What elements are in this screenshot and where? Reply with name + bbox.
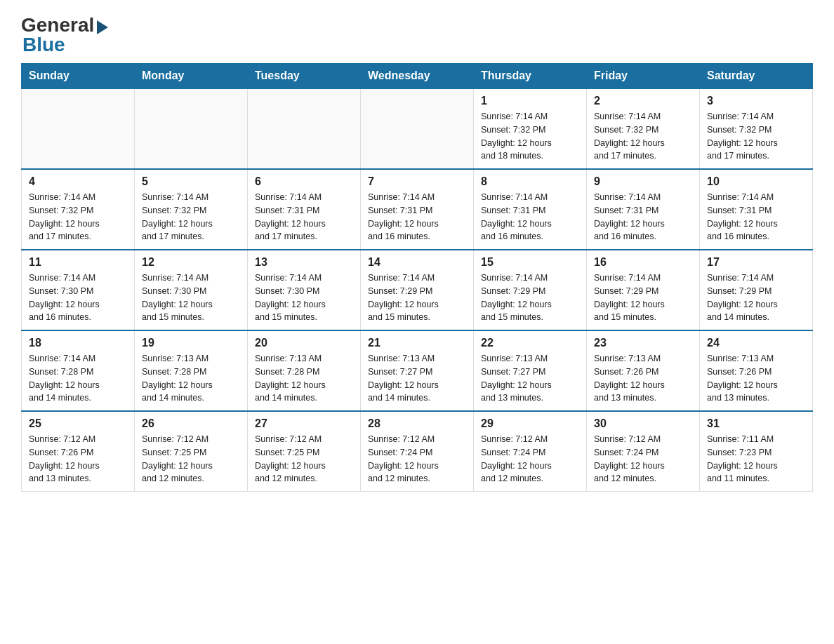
day-info: Sunrise: 7:14 AMSunset: 7:32 PMDaylight:… [29, 191, 127, 243]
calendar-cell: 30Sunrise: 7:12 AMSunset: 7:24 PMDayligh… [587, 411, 700, 492]
day-info: Sunrise: 7:14 AMSunset: 7:32 PMDaylight:… [481, 110, 579, 163]
calendar-cell: 26Sunrise: 7:12 AMSunset: 7:25 PMDayligh… [135, 411, 248, 492]
day-info: Sunrise: 7:12 AMSunset: 7:24 PMDaylight:… [368, 433, 466, 485]
day-info: Sunrise: 7:12 AMSunset: 7:26 PMDaylight:… [29, 433, 127, 485]
day-number: 20 [255, 337, 353, 349]
day-number: 22 [481, 337, 579, 349]
calendar-cell: 8Sunrise: 7:14 AMSunset: 7:31 PMDaylight… [474, 169, 587, 250]
calendar-cell: 20Sunrise: 7:13 AMSunset: 7:28 PMDayligh… [248, 330, 361, 411]
week-row-4: 18Sunrise: 7:14 AMSunset: 7:28 PMDayligh… [22, 330, 813, 411]
calendar-cell: 23Sunrise: 7:13 AMSunset: 7:26 PMDayligh… [587, 330, 700, 411]
day-info: Sunrise: 7:13 AMSunset: 7:28 PMDaylight:… [255, 352, 353, 405]
calendar-cell: 2Sunrise: 7:14 AMSunset: 7:32 PMDaylight… [587, 88, 700, 169]
calendar-cell [135, 88, 248, 169]
day-info: Sunrise: 7:14 AMSunset: 7:29 PMDaylight:… [707, 271, 805, 324]
day-number: 16 [594, 256, 692, 269]
calendar-cell: 11Sunrise: 7:14 AMSunset: 7:30 PMDayligh… [22, 250, 135, 330]
day-number: 19 [142, 337, 240, 349]
day-number: 12 [142, 256, 240, 269]
day-number: 6 [255, 175, 353, 188]
day-info: Sunrise: 7:14 AMSunset: 7:32 PMDaylight:… [594, 110, 692, 163]
day-number: 1 [481, 95, 579, 107]
calendar-cell: 10Sunrise: 7:14 AMSunset: 7:31 PMDayligh… [700, 169, 813, 250]
calendar-cell [248, 88, 361, 169]
weekday-header-saturday: Saturday [700, 64, 813, 89]
weekday-header-monday: Monday [135, 64, 248, 89]
day-info: Sunrise: 7:11 AMSunset: 7:23 PMDaylight:… [707, 433, 805, 485]
day-number: 27 [255, 417, 353, 430]
logo-blue-text: Blue [22, 34, 65, 56]
day-info: Sunrise: 7:14 AMSunset: 7:31 PMDaylight:… [481, 191, 579, 243]
calendar-cell: 15Sunrise: 7:14 AMSunset: 7:29 PMDayligh… [474, 250, 587, 330]
day-number: 9 [594, 175, 692, 188]
day-number: 21 [368, 337, 466, 349]
day-info: Sunrise: 7:14 AMSunset: 7:32 PMDaylight:… [707, 110, 805, 163]
day-info: Sunrise: 7:12 AMSunset: 7:25 PMDaylight:… [142, 433, 240, 485]
weekday-header-friday: Friday [587, 64, 700, 89]
day-number: 8 [481, 175, 579, 188]
day-info: Sunrise: 7:14 AMSunset: 7:29 PMDaylight:… [481, 271, 579, 324]
day-number: 26 [142, 417, 240, 430]
day-info: Sunrise: 7:12 AMSunset: 7:25 PMDaylight:… [255, 433, 353, 485]
calendar-cell: 25Sunrise: 7:12 AMSunset: 7:26 PMDayligh… [22, 411, 135, 492]
day-number: 5 [142, 175, 240, 188]
day-number: 4 [29, 175, 127, 188]
page-header: General Blue [21, 14, 813, 56]
calendar-cell: 13Sunrise: 7:14 AMSunset: 7:30 PMDayligh… [248, 250, 361, 330]
calendar-cell: 16Sunrise: 7:14 AMSunset: 7:29 PMDayligh… [587, 250, 700, 330]
day-number: 25 [29, 417, 127, 430]
calendar-cell: 7Sunrise: 7:14 AMSunset: 7:31 PMDaylight… [361, 169, 474, 250]
day-number: 14 [368, 256, 466, 269]
calendar-cell: 14Sunrise: 7:14 AMSunset: 7:29 PMDayligh… [361, 250, 474, 330]
day-info: Sunrise: 7:14 AMSunset: 7:31 PMDaylight:… [594, 191, 692, 243]
day-number: 7 [368, 175, 466, 188]
day-info: Sunrise: 7:13 AMSunset: 7:26 PMDaylight:… [707, 352, 805, 405]
calendar-cell: 21Sunrise: 7:13 AMSunset: 7:27 PMDayligh… [361, 330, 474, 411]
day-info: Sunrise: 7:12 AMSunset: 7:24 PMDaylight:… [594, 433, 692, 485]
day-info: Sunrise: 7:13 AMSunset: 7:27 PMDaylight:… [368, 352, 466, 405]
calendar-cell: 5Sunrise: 7:14 AMSunset: 7:32 PMDaylight… [135, 169, 248, 250]
day-info: Sunrise: 7:13 AMSunset: 7:28 PMDaylight:… [142, 352, 240, 405]
week-row-2: 4Sunrise: 7:14 AMSunset: 7:32 PMDaylight… [22, 169, 813, 250]
day-number: 28 [368, 417, 466, 430]
day-number: 18 [29, 337, 127, 349]
day-info: Sunrise: 7:13 AMSunset: 7:26 PMDaylight:… [594, 352, 692, 405]
day-info: Sunrise: 7:14 AMSunset: 7:31 PMDaylight:… [368, 191, 466, 243]
weekday-header-tuesday: Tuesday [248, 64, 361, 89]
week-row-3: 11Sunrise: 7:14 AMSunset: 7:30 PMDayligh… [22, 250, 813, 330]
day-info: Sunrise: 7:14 AMSunset: 7:31 PMDaylight:… [707, 191, 805, 243]
day-number: 13 [255, 256, 353, 269]
day-number: 11 [29, 256, 127, 269]
day-number: 30 [594, 417, 692, 430]
day-number: 15 [481, 256, 579, 269]
day-info: Sunrise: 7:14 AMSunset: 7:30 PMDaylight:… [255, 271, 353, 324]
calendar-cell: 19Sunrise: 7:13 AMSunset: 7:28 PMDayligh… [135, 330, 248, 411]
calendar-cell: 31Sunrise: 7:11 AMSunset: 7:23 PMDayligh… [700, 411, 813, 492]
calendar-cell: 22Sunrise: 7:13 AMSunset: 7:27 PMDayligh… [474, 330, 587, 411]
day-info: Sunrise: 7:12 AMSunset: 7:24 PMDaylight:… [481, 433, 579, 485]
calendar-cell: 3Sunrise: 7:14 AMSunset: 7:32 PMDaylight… [700, 88, 813, 169]
day-info: Sunrise: 7:13 AMSunset: 7:27 PMDaylight:… [481, 352, 579, 405]
calendar-cell: 12Sunrise: 7:14 AMSunset: 7:30 PMDayligh… [135, 250, 248, 330]
weekday-header-thursday: Thursday [474, 64, 587, 89]
day-number: 31 [707, 417, 805, 430]
day-number: 2 [594, 95, 692, 107]
calendar-cell: 9Sunrise: 7:14 AMSunset: 7:31 PMDaylight… [587, 169, 700, 250]
day-number: 24 [707, 337, 805, 349]
day-info: Sunrise: 7:14 AMSunset: 7:28 PMDaylight:… [29, 352, 127, 405]
logo-arrow-icon [97, 20, 108, 34]
day-info: Sunrise: 7:14 AMSunset: 7:30 PMDaylight:… [29, 271, 127, 324]
day-info: Sunrise: 7:14 AMSunset: 7:30 PMDaylight:… [142, 271, 240, 324]
day-number: 23 [594, 337, 692, 349]
calendar-cell: 28Sunrise: 7:12 AMSunset: 7:24 PMDayligh… [361, 411, 474, 492]
week-row-1: 1Sunrise: 7:14 AMSunset: 7:32 PMDaylight… [22, 88, 813, 169]
calendar-cell [361, 88, 474, 169]
day-number: 29 [481, 417, 579, 430]
calendar-cell: 18Sunrise: 7:14 AMSunset: 7:28 PMDayligh… [22, 330, 135, 411]
calendar-table: SundayMondayTuesdayWednesdayThursdayFrid… [21, 63, 813, 492]
calendar-cell: 27Sunrise: 7:12 AMSunset: 7:25 PMDayligh… [248, 411, 361, 492]
day-info: Sunrise: 7:14 AMSunset: 7:29 PMDaylight:… [594, 271, 692, 324]
day-info: Sunrise: 7:14 AMSunset: 7:32 PMDaylight:… [142, 191, 240, 243]
calendar-cell: 6Sunrise: 7:14 AMSunset: 7:31 PMDaylight… [248, 169, 361, 250]
calendar-cell: 17Sunrise: 7:14 AMSunset: 7:29 PMDayligh… [700, 250, 813, 330]
